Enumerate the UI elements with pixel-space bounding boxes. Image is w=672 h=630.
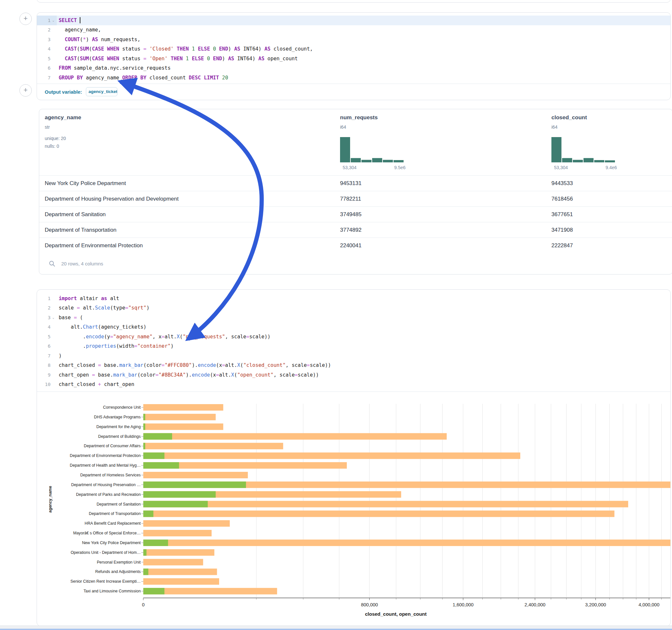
code-line[interactable]: 4 alt.Chart(agency_tickets): [37, 322, 670, 332]
sql-code-editor[interactable]: 1⌄SELECT 2 agency_name,3 COUNT(*) AS num…: [37, 16, 670, 83]
open-bar: [143, 549, 146, 556]
closed-bar: [143, 404, 223, 411]
output-variable-label: Output variable:: [45, 89, 82, 95]
y-axis-label: New York City Police Department: [82, 540, 141, 545]
code-line[interactable]: 8chart_closed = base.mark_bar(color="#FF…: [37, 361, 670, 370]
open-bar: [143, 510, 153, 517]
table-row: New York City Police Department945313194…: [39, 175, 672, 191]
sql-cell[interactable]: 1⌄SELECT 2 agency_name,3 COUNT(*) AS num…: [37, 12, 671, 100]
search-icon[interactable]: [49, 261, 55, 267]
column-stat: nulls: 0: [45, 144, 59, 149]
closed-bar: [143, 414, 216, 420]
x-tick-label: 2,400,000: [525, 602, 546, 607]
y-axis-label: Department of Parks and Recreation: [76, 492, 141, 497]
column-histogram: [551, 137, 616, 162]
text-cursor: [80, 17, 80, 23]
closed-bar: [143, 501, 628, 508]
open-bar: [143, 491, 216, 498]
code-line[interactable]: 9chart_open = base.mark_bar(color="#8BC3…: [37, 370, 670, 380]
table-cell: 3677651: [551, 207, 573, 222]
y-axis-label: Department of Environmental Protection: [70, 453, 141, 458]
table-header: agency_namestrunique: 20nulls: 0num_requ…: [39, 109, 672, 175]
x-tick-label: 3,200,000: [585, 602, 606, 607]
code-text: .properties(width="container"): [56, 343, 174, 349]
code-line[interactable]: 2 agency_name,: [37, 25, 670, 35]
open-bar: [143, 501, 208, 508]
open-bar: [143, 423, 145, 430]
open-bar: [143, 588, 164, 595]
table-cell: Department of Transportation: [45, 222, 116, 238]
python-cell[interactable]: 1import altair as alt2scale = alt.Scale(…: [37, 289, 671, 626]
line-number: 4: [37, 324, 51, 330]
table-row: Department of Environmental Protection22…: [39, 238, 672, 253]
code-line[interactable]: 1import altair as alt: [37, 294, 670, 303]
line-number: 10: [37, 382, 51, 387]
code-line[interactable]: 6FROM sample_data.nyc.service_requests: [37, 64, 670, 73]
output-variable-row: Output variable: agency_tickets: [37, 84, 670, 99]
open-bar: [143, 482, 246, 488]
table-cell: Department of Environmental Protection: [45, 238, 143, 253]
table-row: Department of Housing Preservation and D…: [39, 191, 672, 207]
code-line[interactable]: 1⌄SELECT: [37, 16, 670, 25]
code-line[interactable]: 2scale = alt.Scale(type="sqrt"): [37, 303, 670, 313]
next-cell-selection-edge: [0, 629, 672, 630]
closed-bar: [143, 578, 219, 585]
line-number: 4: [37, 46, 51, 51]
line-number: 2: [37, 27, 51, 32]
code-line[interactable]: 7GROUP BY agency_name ORDER BY closed_co…: [37, 73, 670, 83]
y-axis-label: Refunds and Adjustments: [95, 570, 141, 574]
code-line[interactable]: 5 CAST(SUM(CASE WHEN status = 'Open' THE…: [37, 54, 670, 64]
y-axis-label: Taxi and Limousine Commission: [83, 589, 141, 593]
code-line[interactable]: 3⌄base = (: [37, 313, 670, 322]
closed-bar: [143, 568, 217, 575]
plus-icon: +: [24, 14, 28, 22]
add-cell-button-top[interactable]: +: [20, 13, 32, 25]
open-bar: [143, 433, 172, 440]
code-text: FROM sample_data.nyc.service_requests: [56, 65, 170, 71]
closed-bar: [143, 549, 214, 556]
table-row: Department of Sanitation37494853677651: [39, 207, 672, 222]
code-text: SELECT: [56, 17, 80, 23]
fold-chevron-icon[interactable]: ⌄: [51, 19, 56, 22]
code-line[interactable]: 5 .encode(y="agency_name", x=alt.X("num_…: [37, 332, 670, 342]
code-line[interactable]: 6 .properties(width="container"): [37, 342, 670, 351]
fold-chevron-icon[interactable]: ⌄: [51, 316, 56, 319]
open-bar: [143, 539, 168, 546]
histogram-min-label: 53,304: [343, 165, 357, 170]
notebook-page: + + 1⌄SELECT 2 agency_name,3 COUNT(*) AS…: [0, 0, 672, 630]
output-variable-chip[interactable]: agency_tickets: [86, 87, 117, 96]
code-text: CAST(SUM(CASE WHEN status = 'Open' THEN …: [56, 56, 297, 62]
table-cell: Department of Sanitation: [45, 207, 106, 222]
column-type: i64: [551, 124, 557, 130]
result-table-card: agency_namestrunique: 20nulls: 0num_requ…: [39, 109, 672, 274]
y-axis-label: Department of Sanitation: [97, 502, 141, 507]
x-tick-label: 0: [142, 602, 145, 607]
add-cell-button-middle[interactable]: +: [20, 84, 32, 97]
closed-bar: [143, 443, 283, 449]
histogram-max-label: 9.5e6: [394, 165, 406, 170]
closed-bar: [143, 530, 212, 536]
column-header[interactable]: num_requests: [340, 114, 378, 121]
column-header[interactable]: closed_count: [551, 114, 587, 121]
y-axis-label: Personal Exemption Unit: [97, 560, 141, 564]
code-line[interactable]: 10chart_closed + chart_open: [37, 380, 670, 390]
y-axis-label: Operations Unit - Department of Hom…: [71, 550, 141, 555]
code-line[interactable]: 4 CAST(SUM(CASE WHEN status = 'Closed' T…: [37, 44, 670, 54]
column-header[interactable]: agency_name: [45, 114, 81, 121]
column-type: str: [45, 124, 50, 130]
x-axis-title: closed_count, open_count: [365, 611, 427, 617]
line-number: 3: [37, 37, 51, 42]
histogram-min-label: 53,304: [554, 165, 568, 170]
table-cell: 3774892: [340, 222, 361, 238]
line-number: 1: [37, 18, 51, 23]
line-number: 5: [37, 56, 51, 61]
code-line[interactable]: 3 COUNT(*) AS num_requests,: [37, 35, 670, 44]
column-histogram: [340, 137, 405, 162]
table-cell: 7782211: [340, 191, 361, 207]
histogram-max-label: 9.4e6: [605, 165, 617, 170]
code-line[interactable]: 7): [37, 351, 670, 361]
code-text: chart_closed = base.mark_bar(color="#FFC…: [56, 362, 331, 368]
table-cell: 9443533: [551, 176, 573, 191]
y-axis-label: Department of Buildings: [98, 434, 141, 439]
python-code-editor[interactable]: 1import altair as alt2scale = alt.Scale(…: [37, 294, 670, 389]
